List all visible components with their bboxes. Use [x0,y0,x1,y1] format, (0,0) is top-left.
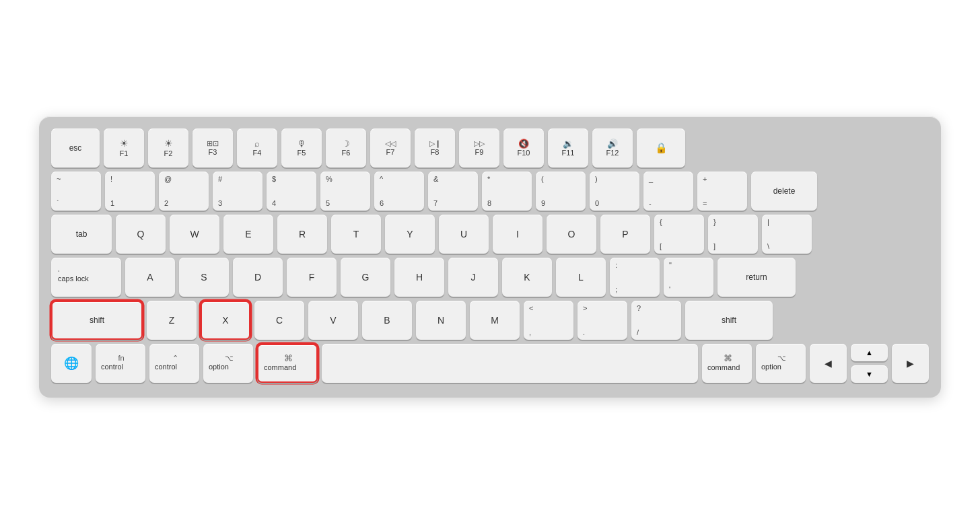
e-key[interactable]: E [223,215,273,254]
lock-key[interactable]: 🔒 [637,128,685,168]
globe-key[interactable]: 🌐 [51,344,92,383]
b-key[interactable]: B [362,301,412,340]
keyboard: esc ☀ F1 ☀ F2 ⊞⊡ F3 ⌕ F4 🎙 F5 ☽ F6 ◁◁ F7 [39,116,941,398]
open-bracket-key[interactable]: { [ [654,215,704,254]
f1-key[interactable]: ☀ F1 [104,128,144,168]
i-key[interactable]: I [493,215,542,254]
4-key[interactable]: $ 4 [267,172,316,211]
f10-key[interactable]: 🔇 F10 [503,128,544,168]
command-left-key[interactable]: ⌘ command [257,344,318,383]
2-key[interactable]: @ 2 [159,172,209,211]
asdf-row: • caps lock A S D F G H J K L : [51,258,929,297]
f8-key[interactable]: ▷❙ F8 [415,128,455,168]
up-arrow-key[interactable]: ▲ [851,344,888,361]
f6-key[interactable]: ☽ F6 [326,128,366,168]
f12-key[interactable]: 🔊 F12 [592,128,633,168]
3-key[interactable]: # 3 [213,172,262,211]
delete-key[interactable]: delete [751,172,817,211]
v-key[interactable]: V [308,301,358,340]
option-left-key[interactable]: ⌥ option [203,344,253,383]
q-key[interactable]: Q [116,215,166,254]
8-key[interactable]: * 8 [482,172,532,211]
return-key[interactable]: return [718,258,796,297]
a-key[interactable]: A [125,258,175,297]
option-right-key[interactable]: ⌥ option [756,344,806,383]
tilde-key[interactable]: ~ ` [51,172,101,211]
f5-key[interactable]: 🎙 F5 [281,128,322,168]
function-row: esc ☀ F1 ☀ F2 ⊞⊡ F3 ⌕ F4 🎙 F5 ☽ F6 ◁◁ F7 [51,128,929,168]
x-key[interactable]: X [201,301,250,340]
right-arrow-key[interactable]: ▶ [892,344,929,383]
shift-right-key[interactable]: shift [685,301,773,340]
s-key[interactable]: S [179,258,229,297]
down-arrow-key[interactable]: ▼ [851,365,888,383]
comma-key[interactable]: < , [524,301,573,340]
f7-key[interactable]: ◁◁ F7 [370,128,411,168]
u-key[interactable]: U [439,215,489,254]
m-key[interactable]: M [470,301,520,340]
caps-lock-key[interactable]: • caps lock [51,258,121,297]
5-key[interactable]: % 5 [320,172,370,211]
semicolon-key[interactable]: : ; [610,258,660,297]
shift-left-key[interactable]: shift [51,301,143,340]
f4-key[interactable]: ⌕ F4 [237,128,277,168]
g-key[interactable]: G [341,258,390,297]
f-key[interactable]: F [287,258,337,297]
backslash-key[interactable]: | \ [762,215,812,254]
minus-key[interactable]: _ - [643,172,693,211]
p-key[interactable]: P [600,215,650,254]
n-key[interactable]: N [416,301,466,340]
equals-key[interactable]: + = [697,172,747,211]
w-key[interactable]: W [170,215,219,254]
space-key[interactable] [322,344,698,383]
fn-key[interactable]: fn control [96,344,145,383]
l-key[interactable]: L [556,258,606,297]
h-key[interactable]: H [394,258,444,297]
up-down-arrows: ▲ ▼ [851,344,888,383]
c-key[interactable]: C [254,301,304,340]
7-key[interactable]: & 7 [428,172,478,211]
control-key[interactable]: ⌃ control [149,344,199,383]
k-key[interactable]: K [502,258,552,297]
period-key[interactable]: > . [578,301,627,340]
tab-key[interactable]: tab [51,215,112,254]
0-key[interactable]: ) 0 [590,172,639,211]
1-key[interactable]: ! 1 [105,172,155,211]
y-key[interactable]: Y [385,215,435,254]
modifier-row: 🌐 fn control ⌃ control ⌥ option ⌘ comman… [51,344,929,383]
slash-key[interactable]: ? / [631,301,681,340]
o-key[interactable]: O [547,215,596,254]
d-key[interactable]: D [233,258,283,297]
close-bracket-key[interactable]: } ] [708,215,758,254]
command-right-key[interactable]: ⌘ command [702,344,752,383]
f3-key[interactable]: ⊞⊡ F3 [193,128,233,168]
left-arrow-key[interactable]: ◀ [810,344,847,383]
t-key[interactable]: T [331,215,381,254]
f11-key[interactable]: 🔉 F11 [548,128,588,168]
r-key[interactable]: R [277,215,327,254]
esc-key[interactable]: esc [51,128,100,168]
6-key[interactable]: ^ 6 [374,172,424,211]
number-row: ~ ` ! 1 @ 2 # 3 $ 4 % 5 ^ 6 & 7 [51,172,929,211]
j-key[interactable]: J [448,258,498,297]
9-key[interactable]: ( 9 [536,172,586,211]
shift-row: shift Z X C V B N M < , > . [51,301,929,340]
f9-key[interactable]: ▷▷ F9 [459,128,499,168]
z-key[interactable]: Z [147,301,197,340]
qwerty-row: tab Q W E R T Y U I O P [51,215,929,254]
f2-key[interactable]: ☀ F2 [148,128,188,168]
quote-key[interactable]: " ' [664,258,713,297]
